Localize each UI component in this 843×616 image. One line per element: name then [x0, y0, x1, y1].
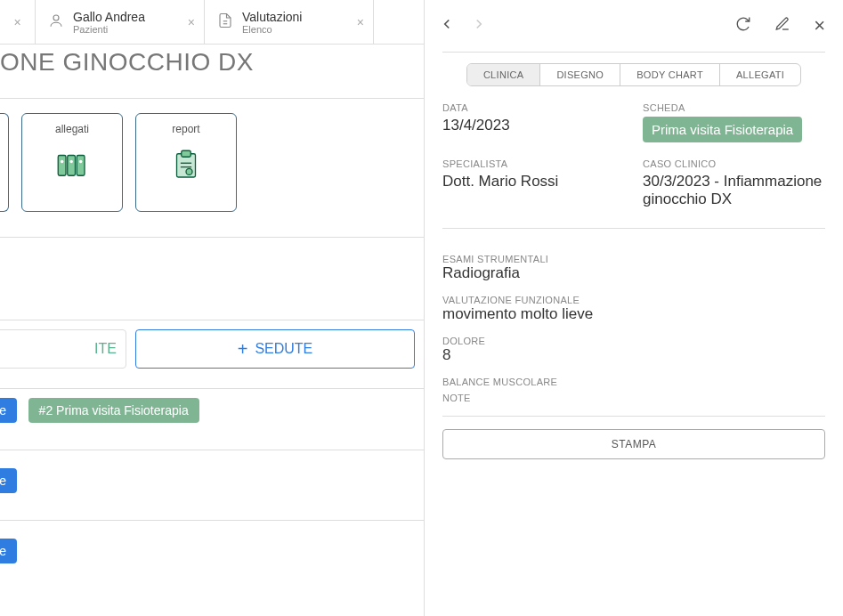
pill-sonore[interactable]: Sonore: [0, 468, 17, 493]
pill-visita2[interactable]: #2 Prima visita Fisioterapia: [28, 398, 199, 423]
pill-sonore[interactable]: Sonore: [0, 539, 17, 563]
esami-value: Radiografia: [442, 264, 825, 282]
caso-label: CASO CLINICO: [643, 158, 825, 169]
prev-button[interactable]: [439, 16, 455, 36]
card-allegati[interactable]: allegati: [21, 113, 123, 212]
svg-rect-10: [182, 150, 191, 157]
document-icon: [217, 12, 233, 32]
pill-sonore[interactable]: Sonore: [0, 398, 17, 423]
page-title: ONE GINOCCHIO DX: [0, 45, 424, 87]
card-report[interactable]: report: [135, 113, 237, 212]
dolore-value: 8: [442, 346, 825, 364]
tab-title: Valutazioni: [242, 10, 302, 24]
esami-label: ESAMI STRUMENTALI: [442, 254, 825, 264]
svg-point-0: [53, 15, 59, 20]
scheda-badge: Prima visita Fisioterapia: [643, 117, 802, 142]
visite-button[interactable]: ITE: [0, 329, 126, 369]
dolore-label: DOLORE: [442, 336, 825, 346]
tab-body-chart[interactable]: BODY CHART: [620, 64, 720, 85]
caso-value: 30/3/2023 - Infiammazione ginocchio DX: [643, 173, 825, 208]
button-label: SEDUTE: [255, 341, 312, 357]
clipboard-icon: [167, 146, 205, 183]
note-label: NOTE: [442, 393, 825, 403]
tab-valutazioni[interactable]: Valutazioni Elenco ×: [205, 0, 374, 44]
tab-empty: [374, 0, 409, 44]
close-icon[interactable]: ×: [188, 15, 195, 29]
plus-icon: +: [238, 339, 248, 360]
panel-header: ×: [425, 0, 843, 46]
close-icon[interactable]: ×: [357, 15, 364, 29]
action-row: ITE + SEDUTE: [0, 320, 424, 377]
svg-point-6: [61, 160, 64, 164]
card-label: allegati: [55, 123, 89, 135]
svg-point-7: [69, 160, 73, 164]
svg-rect-4: [68, 156, 76, 176]
refresh-button[interactable]: [735, 16, 751, 36]
button-label: ITE: [94, 341, 117, 357]
specialista-value: Dott. Mario Rossi: [442, 173, 625, 190]
tab-subtitle: Pazienti: [73, 24, 145, 35]
segmented-control: CLINICA DISEGNO BODY CHART ALLEGATI: [466, 63, 801, 86]
tabs-bar: × Gallo Andrea Pazienti × Valutazioni E: [0, 0, 424, 45]
scheda-label: SCHEDA: [643, 102, 825, 113]
user-icon: [48, 12, 64, 32]
tab-disegno[interactable]: DISEGNO: [540, 64, 620, 85]
card-cut[interactable]: [0, 113, 9, 212]
tab-subtitle: Elenco: [242, 24, 302, 35]
data-label: DATA: [442, 102, 625, 113]
specialista-label: SPECIALISTA: [442, 158, 625, 169]
tab-prev-close[interactable]: ×: [0, 0, 36, 44]
card-label: report: [172, 123, 199, 135]
valutazione-value: movimento molto lieve: [442, 305, 825, 323]
data-value: 13/4/2023: [442, 117, 625, 134]
svg-rect-3: [58, 156, 66, 176]
next-button: [471, 16, 487, 36]
svg-rect-5: [77, 156, 85, 176]
tab-title: Gallo Andrea: [73, 10, 145, 24]
tab-allegati[interactable]: ALLEGATI: [720, 64, 800, 85]
svg-point-13: [186, 168, 192, 174]
tab-clinica[interactable]: CLINICA: [467, 64, 541, 85]
valutazione-label: VALUTAZIONE FUNZIONALE: [442, 295, 825, 305]
cards-row: allegati report: [0, 99, 424, 226]
edit-button[interactable]: [774, 16, 790, 36]
balance-label: BALANCE MUSCOLARE: [442, 377, 825, 387]
close-icon[interactable]: ×: [13, 15, 20, 29]
svg-point-8: [79, 160, 83, 164]
print-button[interactable]: STAMPA: [442, 429, 825, 459]
folders-icon: [53, 146, 91, 183]
close-icon[interactable]: ×: [814, 14, 825, 37]
tab-patient[interactable]: Gallo Andrea Pazienti ×: [36, 0, 205, 44]
sedute-button[interactable]: + SEDUTE: [135, 329, 415, 369]
